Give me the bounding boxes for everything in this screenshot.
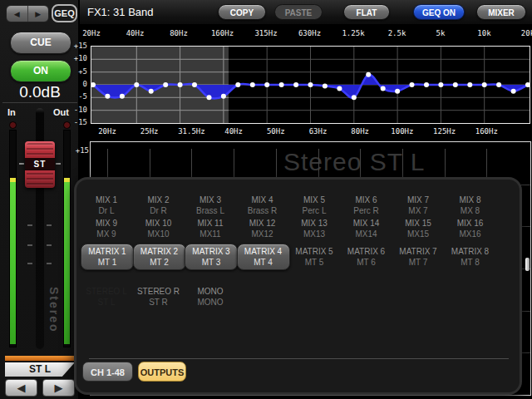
freq-tick-label: 315Hz	[254, 29, 277, 37]
fader-handle-label: ST	[25, 158, 55, 170]
popup-item-mono[interactable]: MONOMONO	[185, 286, 236, 308]
cue-button[interactable]: CUE	[10, 32, 71, 54]
db-tick-label: 0	[83, 80, 87, 88]
fader-handle[interactable]: ST	[25, 141, 55, 188]
popup-item-mix-5[interactable]: MIX 5Perc L	[288, 195, 340, 216]
freq-tick-label: 10k	[477, 29, 490, 37]
popup-divider	[89, 358, 509, 359]
db-tick-label: -10	[74, 106, 87, 114]
geq-title: FX1: 31 Band	[87, 0, 154, 25]
band-zoom-db-label: +15	[71, 146, 89, 155]
meter-in-label: In	[7, 107, 16, 117]
popup-item-mix-12[interactable]: MIX 12MX12	[237, 218, 288, 239]
band-zoom-freq-label: 40Hz	[224, 127, 243, 135]
flat-button[interactable]: FLAT	[343, 4, 390, 20]
freq-axis-top: 20Hz40Hz80Hz160Hz315Hz630Hz1.25k2.5k5k10…	[80, 26, 532, 44]
band-zoom-freq-label: 50Hz	[267, 127, 285, 135]
fader-scale-tick	[27, 244, 32, 246]
popup-item-matrix-7[interactable]: MATRIX 7MT 7	[392, 246, 444, 268]
band-zoom-freq-label: 100Hz	[391, 127, 413, 135]
geq-overview-graph[interactable]	[91, 46, 530, 124]
popup-item-matrix-3[interactable]: MATRIX 3MT 3	[185, 244, 238, 270]
db-tick-label: +5	[78, 67, 87, 76]
copy-button[interactable]: COPY	[218, 4, 266, 20]
fader-zero-mark	[56, 163, 61, 165]
geq-mode-tag[interactable]: GEQ	[52, 4, 77, 22]
channel-name-label[interactable]: ST L	[5, 362, 75, 377]
popup-item-mix-4[interactable]: MIX 4Brass R	[237, 195, 288, 216]
output-level-meter	[63, 130, 71, 347]
tab-ch-1-48[interactable]: CH 1-48	[82, 362, 133, 382]
freq-tick-label: 80Hz	[170, 29, 188, 37]
band-zoom-freq-label: 80Hz	[351, 127, 369, 135]
channel-name-vertical: Stereo	[47, 287, 61, 333]
db-tick-label: -5	[78, 92, 87, 101]
prev-channel-button[interactable]: ◀	[5, 379, 37, 397]
popup-item-mix-2[interactable]: MIX 2Dr R	[133, 195, 185, 216]
paste-button[interactable]: PASTE	[274, 4, 323, 20]
popup-item-mix-6[interactable]: MIX 6Perc R	[341, 195, 392, 216]
geq-editor-screen: ◀ ▶ GEQ CUE ON 0.0dB In Out ST Stereo ST…	[0, 0, 532, 399]
popup-item-mix-14[interactable]: MIX 14MX14	[341, 218, 392, 239]
popup-item-matrix-4[interactable]: MATRIX 4MT 4	[237, 244, 290, 270]
fader-scale-tick	[47, 244, 52, 246]
popup-item-matrix-1[interactable]: MATRIX 1MT 1	[81, 244, 134, 270]
popup-item-stereo-l[interactable]: STEREO LST L	[81, 286, 132, 308]
fader-scale-tick	[27, 263, 32, 264]
input-level-meter	[9, 130, 17, 347]
tab-outputs[interactable]: OUTPUTS	[138, 362, 186, 382]
freq-tick-label: 2.5k	[388, 29, 406, 37]
popup-item-matrix-8[interactable]: MATRIX 8MT 8	[445, 246, 496, 268]
meter-out-label: Out	[53, 107, 69, 117]
fader-gain-value: 0.0dB	[0, 83, 80, 101]
freq-axis-band-zoom: 20Hz25Hz31.5Hz40Hz50Hz63Hz80Hz100Hz125Hz…	[80, 124, 532, 137]
band-zoom-freq-label: 63Hz	[309, 127, 328, 135]
popup-item-mix-15[interactable]: MIX 15MX15	[392, 218, 444, 239]
popup-scrollbar-thumb[interactable]	[525, 258, 530, 271]
clip-led-out	[63, 121, 71, 129]
popup-item-matrix-6[interactable]: MATRIX 6MT 6	[341, 246, 392, 268]
popup-item-mix-9[interactable]: MIX 9MX 9	[81, 218, 132, 239]
fader-zero-mark	[19, 163, 24, 165]
popup-item-mix-10[interactable]: MIX 10MX10	[133, 218, 185, 239]
popup-item-mix-16[interactable]: MIX 16MX16	[445, 218, 496, 239]
band-zoom-freq-label: 31.5Hz	[178, 127, 205, 135]
mixer-button[interactable]: MIXER	[476, 4, 526, 20]
channel-color-bar	[5, 356, 75, 361]
channel-select-popup: CH 1-48 OUTPUTS MIX 1Dr LMIX 2Dr RMIX 3B…	[74, 177, 522, 395]
popup-item-matrix-2[interactable]: MATRIX 2MT 2	[133, 244, 186, 270]
fader-scale-tick	[27, 224, 32, 226]
fader-scale-tick	[47, 263, 52, 264]
freq-tick-label: 160Hz	[211, 29, 234, 37]
geq-on-toggle[interactable]: GEQ ON	[413, 4, 465, 20]
popup-item-mix-1[interactable]: MIX 1Dr L	[81, 195, 132, 216]
band-zoom-freq-label: 160Hz	[475, 127, 498, 135]
db-axis-labels: +15+10+50-5-10-15	[71, 46, 89, 122]
band-zoom-freq-label: 125Hz	[433, 127, 456, 135]
prev-geq-arrow-icon[interactable]: ◀	[7, 6, 28, 22]
freq-tick-label: 20Hz	[82, 29, 101, 37]
popup-item-mix-8[interactable]: MIX 8MX 8	[445, 195, 496, 216]
next-channel-button[interactable]: ▶	[42, 379, 75, 397]
freq-tick-label: 1.25k	[342, 29, 364, 37]
on-button[interactable]: ON	[10, 60, 71, 82]
channel-strip-sidebar: ◀ ▶ GEQ CUE ON 0.0dB In Out ST Stereo ST…	[0, 0, 80, 399]
popup-item-stereo-r[interactable]: STEREO RST R	[133, 286, 185, 308]
sidebar-divider	[2, 102, 77, 103]
geq-title-bar: FX1: 31 Band COPY PASTE FLAT GEQ ON MIXE…	[80, 0, 532, 25]
db-tick-label: +15	[74, 42, 87, 50]
geq-nav-segment: ◀ ▶	[6, 5, 49, 22]
popup-item-mix-11[interactable]: MIX 11MX11	[185, 218, 236, 239]
freq-tick-label: 40Hz	[126, 29, 145, 37]
freq-tick-label: 630Hz	[298, 29, 321, 37]
fader-scale-tick	[47, 224, 52, 226]
band-zoom-freq-label: 25Hz	[140, 127, 159, 135]
popup-item-mix-3[interactable]: MIX 3Brass L	[185, 195, 236, 216]
next-geq-arrow-icon[interactable]: ▶	[28, 6, 49, 22]
channel-watermark: Stereo ST L	[283, 148, 426, 176]
freq-tick-label: 20k	[521, 29, 532, 37]
band-zoom-freq-label: 20Hz	[98, 127, 116, 135]
popup-item-mix-7[interactable]: MIX 7MX 7	[392, 195, 444, 216]
popup-item-matrix-5[interactable]: MATRIX 5MT 5	[288, 246, 340, 268]
popup-item-mix-13[interactable]: MIX 13MX13	[288, 218, 340, 239]
